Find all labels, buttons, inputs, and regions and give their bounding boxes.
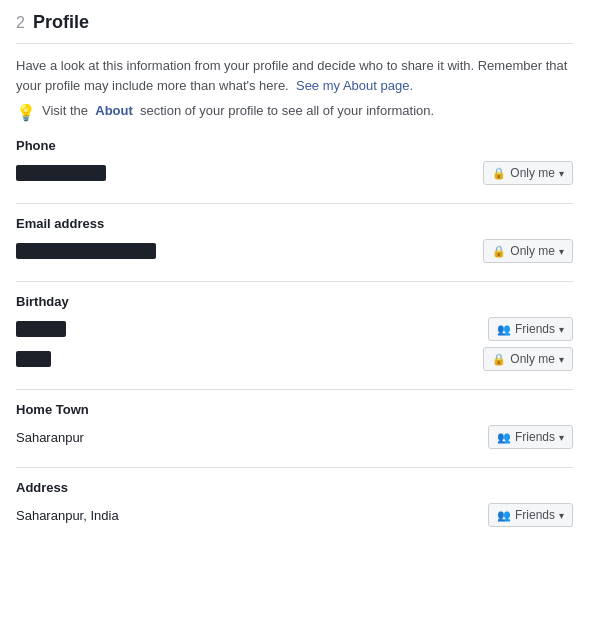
phone-row: 🔒 Only me ▾ bbox=[16, 161, 573, 185]
address-privacy-label: Friends bbox=[515, 508, 555, 522]
address-caret-icon: ▾ bbox=[559, 510, 564, 521]
address-friends-icon: 👥 bbox=[497, 509, 511, 522]
birthday-row1-caret-icon: ▾ bbox=[559, 324, 564, 335]
email-privacy-button[interactable]: 🔒 Only me ▾ bbox=[483, 239, 573, 263]
phone-label: Phone bbox=[16, 138, 573, 153]
hometown-row: Saharanpur 👥 Friends ▾ bbox=[16, 425, 573, 449]
profile-section: 2 Profile Have a look at this informatio… bbox=[0, 0, 589, 569]
hometown-privacy-label: Friends bbox=[515, 430, 555, 444]
phone-value-redacted bbox=[16, 165, 106, 181]
tip-before: Visit the bbox=[42, 103, 88, 118]
email-value-redacted bbox=[16, 243, 156, 259]
tip-after: section of your profile to see all of yo… bbox=[140, 103, 434, 118]
intro-text-main: Have a look at this information from you… bbox=[16, 58, 567, 93]
email-privacy-label: Only me bbox=[510, 244, 555, 258]
birthday-row2-privacy-button[interactable]: 🔒 Only me ▾ bbox=[483, 347, 573, 371]
birthday-value2-redacted bbox=[16, 351, 51, 367]
birthday-label: Birthday bbox=[16, 294, 573, 309]
birthday-value1-redacted bbox=[16, 321, 66, 337]
section-header: 2 Profile bbox=[16, 12, 573, 44]
birthday-row1-privacy-label: Friends bbox=[515, 322, 555, 336]
birthday-row2: 🔒 Only me ▾ bbox=[16, 347, 573, 371]
birthday-lock-icon: 🔒 bbox=[492, 353, 506, 366]
hometown-friends-icon: 👥 bbox=[497, 431, 511, 444]
address-row: Saharanpur, India 👥 Friends ▾ bbox=[16, 503, 573, 527]
email-row: 🔒 Only me ▾ bbox=[16, 239, 573, 263]
birthday-row2-caret-icon: ▾ bbox=[559, 354, 564, 365]
birthday-row1: 👥 Friends ▾ bbox=[16, 317, 573, 341]
address-section: Address Saharanpur, India 👥 Friends ▾ bbox=[16, 480, 573, 545]
address-privacy-button[interactable]: 👥 Friends ▾ bbox=[488, 503, 573, 527]
tip-text: Visit the About section of your profile … bbox=[42, 103, 434, 118]
phone-privacy-button[interactable]: 🔒 Only me ▾ bbox=[483, 161, 573, 185]
email-lock-icon: 🔒 bbox=[492, 245, 506, 258]
birthday-row2-privacy-label: Only me bbox=[510, 352, 555, 366]
bulb-icon: 💡 bbox=[16, 103, 36, 122]
about-link[interactable]: About bbox=[95, 103, 133, 118]
birthday-friends-icon: 👥 bbox=[497, 323, 511, 336]
phone-lock-icon: 🔒 bbox=[492, 167, 506, 180]
hometown-caret-icon: ▾ bbox=[559, 432, 564, 443]
tip-row: 💡 Visit the About section of your profil… bbox=[16, 103, 573, 122]
intro-text: Have a look at this information from you… bbox=[16, 56, 573, 95]
hometown-value: Saharanpur bbox=[16, 430, 84, 445]
email-section: Email address 🔒 Only me ▾ bbox=[16, 216, 573, 282]
section-number: 2 bbox=[16, 14, 25, 32]
phone-privacy-label: Only me bbox=[510, 166, 555, 180]
address-label: Address bbox=[16, 480, 573, 495]
phone-section: Phone 🔒 Only me ▾ bbox=[16, 138, 573, 204]
birthday-row1-privacy-button[interactable]: 👥 Friends ▾ bbox=[488, 317, 573, 341]
address-value: Saharanpur, India bbox=[16, 508, 119, 523]
email-label: Email address bbox=[16, 216, 573, 231]
hometown-privacy-button[interactable]: 👥 Friends ▾ bbox=[488, 425, 573, 449]
email-caret-icon: ▾ bbox=[559, 246, 564, 257]
birthday-section: Birthday 👥 Friends ▾ 🔒 Only me ▾ bbox=[16, 294, 573, 390]
phone-caret-icon: ▾ bbox=[559, 168, 564, 179]
hometown-label: Home Town bbox=[16, 402, 573, 417]
see-about-link[interactable]: See my About page. bbox=[296, 78, 413, 93]
hometown-section: Home Town Saharanpur 👥 Friends ▾ bbox=[16, 402, 573, 468]
section-title: Profile bbox=[33, 12, 89, 33]
